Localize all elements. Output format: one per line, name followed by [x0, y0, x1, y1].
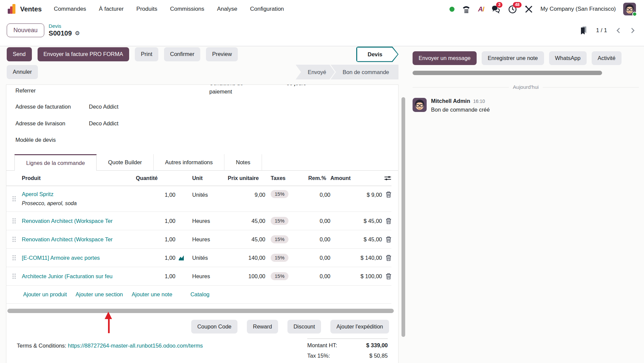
- menu-commandes[interactable]: Commandes: [54, 6, 86, 12]
- pager-next-icon[interactable]: [630, 27, 635, 34]
- tax-badge[interactable]: 15%: [271, 254, 288, 262]
- record-actions-gear-icon[interactable]: ⚙: [75, 30, 80, 37]
- price-cell[interactable]: 45,00: [228, 212, 265, 230]
- col-rem[interactable]: Rem.%: [308, 171, 330, 186]
- horizontal-scrollbar[interactable]: [7, 309, 394, 313]
- whatsapp-button[interactable]: WhatsApp: [549, 51, 587, 65]
- terms-link[interactable]: https://88727264-master-all.runbot156.od…: [68, 343, 203, 349]
- log-note-button[interactable]: Enregistrer une note: [482, 51, 544, 65]
- col-taxes[interactable]: Taxes: [265, 171, 308, 186]
- tax-badge[interactable]: 15%: [271, 235, 288, 243]
- uom-cell[interactable]: Unités: [192, 249, 228, 267]
- chatter-scrollbar[interactable]: [413, 71, 602, 75]
- status-step-bon-de-commande[interactable]: Bon de commande: [330, 65, 398, 79]
- discount-cell[interactable]: 0,00: [308, 230, 330, 249]
- company-switcher[interactable]: My Company (San Francisco): [540, 6, 616, 12]
- delete-line-icon[interactable]: [382, 191, 391, 198]
- menu-analyse[interactable]: Analyse: [217, 6, 237, 12]
- payment-terms-value[interactable]: 30 jours: [286, 84, 306, 87]
- qty-cell[interactable]: 1,00: [136, 230, 175, 249]
- qty-cell[interactable]: 1,00: [136, 267, 175, 286]
- menu-configuration[interactable]: Configuration: [250, 6, 284, 12]
- discount-cell[interactable]: 0,00: [308, 186, 330, 212]
- product-link[interactable]: [E-COM11] Armoire avec portes: [22, 255, 100, 261]
- tax-badge[interactable]: 15%: [271, 272, 288, 280]
- table-row[interactable]: Renovation Architect (Workspace Ter 1,00…: [6, 230, 391, 249]
- discount-cell[interactable]: 0,00: [308, 212, 330, 230]
- breadcrumb-parent-link[interactable]: Devis: [49, 23, 80, 29]
- send-message-button[interactable]: Envoyer un message: [413, 51, 477, 65]
- table-row[interactable]: [E-COM11] Armoire avec portes 1,00 Unité…: [6, 249, 391, 267]
- price-cell[interactable]: 9,00: [228, 186, 265, 212]
- qty-cell[interactable]: 1,00: [136, 186, 175, 212]
- app-switcher[interactable]: Ventes: [7, 4, 42, 14]
- price-cell[interactable]: 45,00: [228, 230, 265, 249]
- drag-handle-icon[interactable]: [6, 218, 22, 224]
- vertical-scrollbar[interactable]: [401, 97, 405, 337]
- tools-icon[interactable]: [525, 5, 533, 13]
- tax-badge[interactable]: 15%: [271, 190, 288, 198]
- new-record-button[interactable]: Nouveau: [7, 23, 44, 37]
- invoice-address-value[interactable]: Deco Addict: [89, 104, 118, 110]
- message-author[interactable]: Mitchell Admin: [431, 98, 470, 104]
- confirm-button[interactable]: Confirmer: [164, 47, 200, 61]
- menu-commissions[interactable]: Commissions: [170, 6, 204, 12]
- tax-badge[interactable]: 15%: [271, 217, 288, 225]
- menu-a-facturer[interactable]: À facturer: [99, 6, 124, 12]
- uom-cell[interactable]: Heures: [192, 230, 228, 249]
- forecast-chart-icon[interactable]: [178, 255, 192, 261]
- col-amount[interactable]: Amount: [330, 171, 382, 186]
- delete-line-icon[interactable]: [382, 236, 391, 243]
- col-quantite[interactable]: Quantité: [136, 171, 175, 186]
- add-product-link[interactable]: Ajouter un produit: [23, 291, 67, 298]
- qty-cell[interactable]: 1,00: [136, 249, 175, 267]
- preview-button[interactable]: Preview: [206, 47, 238, 61]
- discount-cell[interactable]: 0,00: [308, 249, 330, 267]
- ai-icon[interactable]: AI: [478, 5, 484, 13]
- qty-cell[interactable]: 1,00: [136, 212, 175, 230]
- tab-lignes-de-la-commande[interactable]: Lignes de la commande: [14, 154, 97, 171]
- drag-handle-icon[interactable]: [6, 255, 22, 261]
- delete-line-icon[interactable]: [382, 218, 391, 224]
- tab-quote-builder[interactable]: Quote Builder: [97, 154, 154, 170]
- table-row[interactable]: Architecte Junior (Facturation sur feu 1…: [6, 267, 391, 286]
- delete-line-icon[interactable]: [382, 273, 391, 280]
- col-produit[interactable]: Produit: [22, 171, 136, 186]
- product-link[interactable]: Renovation Architect (Workspace Ter: [22, 236, 113, 242]
- col-prix-unitaire[interactable]: Prix unitaire: [228, 171, 265, 186]
- drag-handle-icon[interactable]: [6, 236, 22, 242]
- messages-icon[interactable]: 3: [491, 5, 501, 13]
- coupon-code-button[interactable]: Coupon Code: [191, 320, 237, 334]
- print-button[interactable]: Print: [135, 47, 158, 61]
- price-cell[interactable]: 100,00: [228, 267, 265, 286]
- catalog-link[interactable]: Catalog: [191, 291, 210, 298]
- uom-cell[interactable]: Unités: [192, 186, 228, 212]
- drag-handle-icon[interactable]: [6, 273, 22, 279]
- activity-button[interactable]: Activité: [592, 51, 622, 65]
- tab-autres-informations[interactable]: Autres informations: [154, 154, 224, 170]
- optional-columns-icon[interactable]: [382, 175, 391, 181]
- cancel-button[interactable]: Annuler: [7, 65, 38, 79]
- col-unit[interactable]: Unit: [192, 171, 228, 186]
- uom-cell[interactable]: Heures: [192, 212, 228, 230]
- table-row[interactable]: Renovation Architect (Workspace Ter 1,00…: [6, 212, 391, 230]
- pager-previous-icon[interactable]: [616, 27, 621, 34]
- status-step-envoye[interactable]: Envoyé: [296, 65, 335, 79]
- app-name[interactable]: Ventes: [20, 5, 42, 13]
- drag-handle-icon[interactable]: [6, 196, 22, 202]
- status-step-devis[interactable]: Devis: [356, 47, 398, 62]
- menu-produits[interactable]: Produits: [137, 6, 157, 12]
- delete-line-icon[interactable]: [382, 255, 391, 261]
- table-row[interactable]: Aperol Spritz Prosecco, aperol, soda 1,0…: [6, 186, 391, 212]
- add-note-link[interactable]: Ajouter une note: [132, 291, 172, 298]
- message-avatar[interactable]: [413, 98, 427, 112]
- add-section-link[interactable]: Ajouter une section: [75, 291, 123, 298]
- discount-cell[interactable]: 0,00: [308, 267, 330, 286]
- send-button[interactable]: Send: [7, 47, 32, 61]
- uom-cell[interactable]: Heures: [192, 267, 228, 286]
- reward-button[interactable]: Reward: [247, 320, 278, 334]
- proforma-button[interactable]: Envoyer la facture PRO FORMA: [38, 47, 129, 61]
- product-link[interactable]: Renovation Architect (Workspace Ter: [22, 218, 113, 224]
- user-avatar[interactable]: [623, 3, 636, 15]
- voip-phone-icon[interactable]: [462, 5, 471, 13]
